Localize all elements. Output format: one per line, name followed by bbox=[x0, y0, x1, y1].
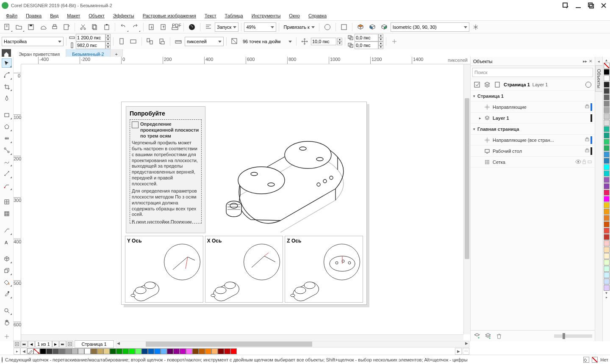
rp-delete-icon[interactable] bbox=[495, 332, 503, 340]
rp-new-layer-icon[interactable] bbox=[473, 332, 481, 340]
color-swatch[interactable] bbox=[180, 348, 186, 354]
color-swatch[interactable] bbox=[604, 240, 610, 246]
cube-front-icon[interactable] bbox=[367, 22, 378, 32]
add-button[interactable] bbox=[389, 36, 400, 47]
swatch-down-arrow[interactable]: ▼ bbox=[604, 291, 610, 295]
bswatch-flyout[interactable]: ⋯ bbox=[463, 348, 469, 355]
minimize-button[interactable] bbox=[574, 1, 583, 10]
no-fill-swatch[interactable] bbox=[604, 63, 610, 69]
objects-search-input[interactable]: Поиск bbox=[472, 68, 593, 77]
color-swatch[interactable] bbox=[604, 158, 610, 164]
projection-define-icon[interactable] bbox=[470, 22, 481, 32]
color-swatch[interactable] bbox=[604, 139, 610, 145]
polygon-tool[interactable] bbox=[2, 122, 12, 131]
color-swatch[interactable] bbox=[65, 348, 72, 354]
linear-pattern-tool[interactable] bbox=[2, 134, 12, 143]
color-swatch[interactable] bbox=[103, 348, 110, 354]
color-swatch[interactable] bbox=[604, 94, 610, 100]
color-swatch[interactable] bbox=[604, 196, 610, 202]
crop-tool[interactable] bbox=[2, 82, 12, 91]
nudge-input[interactable]: 10,0 пкс bbox=[311, 38, 336, 45]
dupy-input[interactable]: 0,0 пкс bbox=[355, 41, 378, 49]
color-swatch[interactable] bbox=[40, 348, 46, 354]
color-swatch[interactable] bbox=[161, 348, 167, 354]
rectangle-tool[interactable] bbox=[2, 110, 12, 120]
page-width-input[interactable]: 1 200,0 пкс bbox=[76, 34, 105, 41]
status-gear-icon[interactable] bbox=[2, 357, 3, 362]
export-button[interactable] bbox=[61, 22, 72, 32]
menu-edit[interactable]: Правка bbox=[22, 12, 45, 19]
open-button[interactable] bbox=[14, 22, 25, 32]
color-swatch[interactable] bbox=[604, 279, 610, 284]
printer-icon[interactable] bbox=[585, 148, 590, 154]
print-button[interactable] bbox=[49, 22, 60, 32]
extrude-tool[interactable] bbox=[2, 266, 12, 275]
menu-file[interactable]: Файл bbox=[3, 12, 21, 19]
undo-button[interactable] bbox=[118, 22, 129, 32]
paste-button[interactable] bbox=[101, 22, 112, 32]
menu-help[interactable]: Справка bbox=[305, 12, 330, 19]
color-swatch[interactable] bbox=[604, 247, 610, 253]
vertical-scrollbar[interactable] bbox=[463, 64, 470, 334]
swatch-up-arrow[interactable]: ▲ bbox=[604, 58, 610, 63]
color-swatch[interactable] bbox=[604, 126, 610, 132]
nudge-up[interactable]: ▲ bbox=[337, 38, 342, 41]
cube-top-icon[interactable] bbox=[355, 22, 366, 32]
color-swatch[interactable] bbox=[148, 348, 154, 354]
add-tool[interactable] bbox=[2, 332, 12, 341]
page-last[interactable]: ⏭ bbox=[59, 341, 66, 347]
rp-icon3[interactable] bbox=[494, 81, 501, 88]
rp-icon1[interactable] bbox=[473, 81, 481, 88]
3d-tool[interactable] bbox=[2, 254, 12, 263]
tree-row[interactable]: Рабочий стол bbox=[471, 146, 595, 157]
color-swatch[interactable] bbox=[154, 348, 161, 354]
color-swatch[interactable] bbox=[116, 348, 122, 354]
callout2-tool[interactable] bbox=[2, 226, 12, 235]
color-swatch[interactable] bbox=[604, 152, 610, 157]
cut-button[interactable] bbox=[78, 22, 89, 32]
color-swatch[interactable] bbox=[604, 272, 610, 278]
horizontal-scrollbar[interactable]: ◀ ▶ bbox=[116, 341, 469, 347]
page-next[interactable]: ▶ bbox=[52, 341, 59, 347]
color-swatch[interactable] bbox=[604, 164, 610, 170]
save-button[interactable] bbox=[25, 22, 36, 32]
eyedropper-tool[interactable] bbox=[2, 289, 12, 298]
grid-tool[interactable] bbox=[2, 209, 12, 218]
color-swatch[interactable] bbox=[604, 171, 610, 176]
bswatch-menu[interactable]: ▸ bbox=[14, 348, 20, 355]
panel-close-icon[interactable]: ✕ bbox=[589, 59, 592, 63]
tree-row[interactable]: ▸Layer 1 bbox=[471, 113, 595, 124]
height-up[interactable]: ▲ bbox=[105, 41, 111, 45]
options-gear-icon[interactable] bbox=[322, 22, 333, 32]
color-swatch[interactable] bbox=[110, 348, 116, 354]
maximize-button[interactable] bbox=[586, 1, 596, 10]
color-swatch[interactable] bbox=[192, 348, 199, 354]
nudge-down[interactable]: ▼ bbox=[337, 41, 342, 45]
color-swatch[interactable] bbox=[53, 348, 59, 354]
color-swatch[interactable] bbox=[84, 348, 91, 354]
page-prev[interactable]: ◀ bbox=[28, 341, 35, 347]
color-swatch[interactable] bbox=[129, 348, 135, 354]
freehand-tool[interactable] bbox=[2, 157, 12, 167]
copy-button[interactable] bbox=[89, 22, 100, 32]
rp-new-master-icon[interactable] bbox=[484, 332, 492, 340]
dpi-dropdown[interactable]: 96 точек на дюйм bbox=[241, 37, 294, 46]
drawing-area[interactable]: Попробуйте Определение проекционной плос… bbox=[21, 64, 463, 334]
panel-collapse-icon[interactable]: ▸▸ bbox=[583, 59, 587, 63]
callout-tool[interactable] bbox=[2, 181, 12, 190]
units-dropdown[interactable]: пикселей bbox=[185, 37, 224, 46]
connector-tool[interactable] bbox=[2, 146, 12, 155]
menu-text[interactable]: Текст bbox=[201, 12, 220, 19]
import-button[interactable] bbox=[146, 22, 157, 32]
zoom-tool[interactable] bbox=[2, 306, 12, 315]
color-swatch[interactable] bbox=[604, 101, 610, 107]
right-strip-arrow[interactable]: ◂ bbox=[598, 59, 600, 63]
pen-tool[interactable] bbox=[2, 94, 12, 103]
color-swatch[interactable] bbox=[46, 348, 53, 354]
snapto-dropdown[interactable]: Привязать к bbox=[282, 22, 316, 32]
cube-right-icon[interactable] bbox=[379, 22, 390, 32]
shape-tool[interactable] bbox=[2, 70, 12, 80]
pdf-button[interactable]: PDF bbox=[170, 22, 181, 32]
fill-indicator[interactable] bbox=[583, 357, 589, 363]
color-swatch[interactable] bbox=[604, 266, 610, 272]
